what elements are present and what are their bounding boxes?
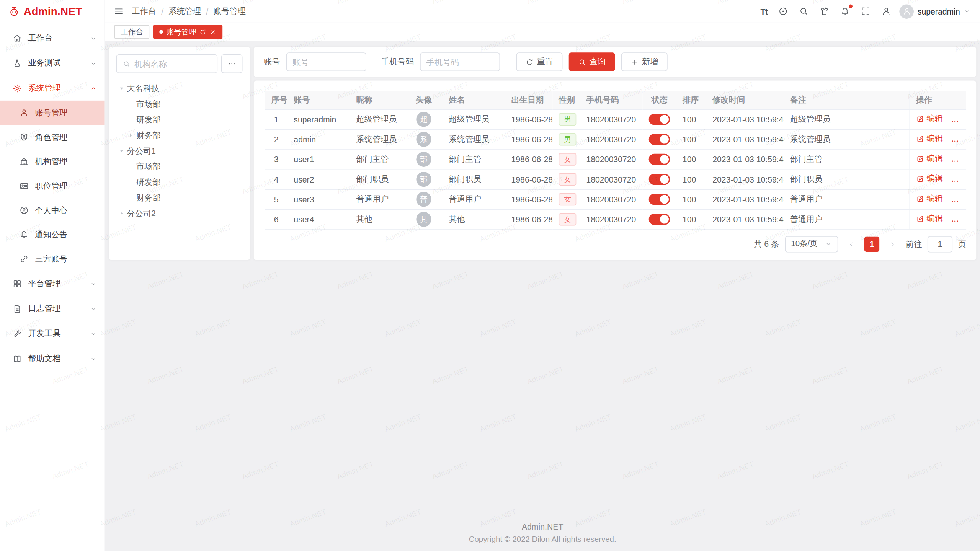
org-more-button[interactable] [221,54,243,73]
phone-input[interactable] [426,57,493,66]
edit-icon [916,115,924,123]
idcard-icon [20,181,29,190]
add-button[interactable]: 新增 [621,52,668,71]
tab-工作台[interactable]: 工作台 [114,25,149,39]
font-size-action-button[interactable]: Tt [761,7,768,16]
person-action-button[interactable] [881,6,891,16]
tree-node-研发部[interactable]: 研发部 [116,112,243,127]
org-search-input[interactable] [134,59,211,68]
cell-nickname: 系统管理员 [356,134,397,143]
sidebar-subitem-账号管理[interactable]: 账号管理 [0,101,105,125]
status-toggle[interactable] [649,174,670,185]
status-toggle[interactable] [649,214,670,225]
row-more-button[interactable] [950,137,959,145]
search-action-button[interactable] [799,6,809,16]
tree-node-研发部[interactable]: 研发部 [116,174,243,190]
edit-button[interactable]: 编辑 [916,134,943,145]
brand-logo[interactable]: Admin.NET [0,0,105,23]
status-toggle[interactable] [649,194,670,205]
panels: 大名科技市场部研发部财务部分公司1市场部研发部财务部分公司2 账号 手机号码 [109,47,976,259]
theme-action-button[interactable] [820,6,830,16]
status-toggle[interactable] [649,134,670,145]
sidebar-subitem-label: 角色管理 [35,132,97,143]
edit-button[interactable]: 编辑 [916,193,943,204]
edit-button[interactable]: 编辑 [916,214,943,225]
status-toggle[interactable] [649,154,670,165]
sidebar-item-开发工具[interactable]: 开发工具 [0,321,105,346]
row-more-button[interactable] [950,176,959,185]
sidebar-item-帮助文档[interactable]: 帮助文档 [0,346,105,371]
sidebar-subitem-职位管理[interactable]: 职位管理 [0,174,105,198]
column-header-actions: 操作 [910,91,967,109]
content-area: 大名科技市场部研发部财务部分公司1市场部研发部财务部分公司2 账号 手机号码 [105,41,980,551]
status-toggle[interactable] [649,114,670,125]
page-number-button[interactable]: 1 [864,236,879,251]
sidebar-subitem-三方账号[interactable]: 三方账号 [0,247,105,271]
column-header-index: 序号 [265,91,287,109]
bell-action-button[interactable] [840,6,850,16]
search-button[interactable]: 查询 [569,52,615,71]
table-row: 4user2部门职员部部门职员1986-06-28女18020030720100… [265,169,966,189]
gender-badge: 男 [559,133,577,146]
edit-button[interactable]: 编辑 [916,113,943,124]
cell-account: user4 [294,215,314,224]
account-input[interactable] [292,57,360,66]
reset-button[interactable]: 重置 [516,52,563,71]
tree-node-财务部[interactable]: 财务部 [116,127,243,143]
user-menu[interactable]: superadmin [899,4,970,19]
sidebar-item-工作台[interactable]: 工作台 [0,26,105,51]
column-header-gender: 性别 [552,91,580,109]
tree-node-市场部[interactable]: 市场部 [116,96,243,112]
row-avatar: 其 [416,212,431,227]
bell-icon [840,6,850,16]
tree-node-分公司2[interactable]: 分公司2 [116,205,243,221]
cell-phone: 18020030720 [586,195,636,204]
component-size-icon [778,6,788,16]
next-page-button[interactable] [885,236,900,251]
sidebar-subitem-角色管理[interactable]: 角色管理 [0,125,105,150]
edit-button[interactable]: 编辑 [916,153,943,165]
tree-node-大名科技[interactable]: 大名科技 [116,81,243,96]
tree-node-财务部[interactable]: 财务部 [116,190,243,205]
tree-node-市场部[interactable]: 市场部 [116,159,243,174]
fullscreen-action-button[interactable] [861,6,871,16]
page-size-select[interactable]: 10条/页 [785,236,838,252]
table-row: 5user3普通用户普普通用户1986-06-28女18020030720100… [265,189,966,209]
sidebar-subitem-通知公告[interactable]: 通知公告 [0,222,105,247]
phone-label: 手机号码 [381,56,414,67]
breadcrumb-item[interactable]: 系统管理 [168,6,201,17]
chevron-up-icon [90,85,97,91]
sidebar-item-业务测试[interactable]: 业务测试 [0,51,105,75]
close-icon [209,28,216,35]
tree-node-label: 研发部 [136,176,161,187]
sidebar-item-平台管理[interactable]: 平台管理 [0,271,105,296]
row-more-button[interactable] [950,117,959,126]
tree-node-分公司1[interactable]: 分公司1 [116,143,243,159]
toggle-knob [660,195,669,204]
sidebar-subitem-个人中心[interactable]: 个人中心 [0,198,105,223]
tab-账号管理[interactable]: 账号管理 [153,25,222,39]
goto-page-input[interactable] [928,236,952,252]
row-more-button[interactable] [950,197,959,205]
account-input-box [286,52,366,71]
sidebar-item-系统管理[interactable]: 系统管理 [0,76,105,101]
sidebar-item-日志管理[interactable]: 日志管理 [0,296,105,321]
row-more-button[interactable] [950,217,959,225]
org-panel: 大名科技市场部研发部财务部分公司1市场部研发部财务部分公司2 [109,47,250,259]
caret-right-icon [116,210,127,217]
cell-index: 6 [274,215,279,224]
user-name: superadmin [918,7,960,16]
breadcrumb-item[interactable]: 账号管理 [213,6,246,17]
sidebar-subitem-label: 个人中心 [35,205,97,216]
breadcrumb-item[interactable]: 工作台 [132,6,156,17]
prev-page-button[interactable] [844,236,859,251]
row-more-button[interactable] [950,156,959,165]
chevron-right-icon [889,240,897,248]
table-row: 6user4其他其其他1986-06-28女180200307201002023… [265,209,966,229]
component-size-action-button[interactable] [778,6,788,16]
collapse-menu-button[interactable] [114,6,124,16]
sidebar-subitem-机构管理[interactable]: 机构管理 [0,149,105,174]
gender-badge: 女 [559,193,577,205]
edit-button[interactable]: 编辑 [916,173,943,184]
more-icon [950,197,959,205]
